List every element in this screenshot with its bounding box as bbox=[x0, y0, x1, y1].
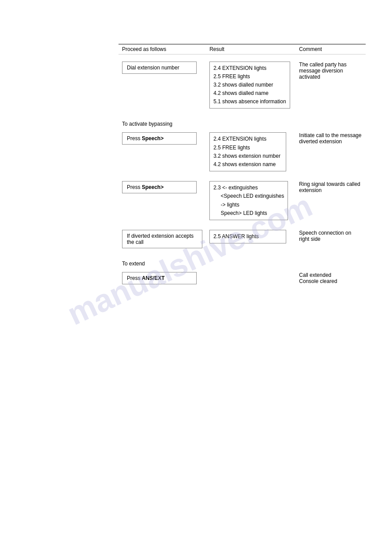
action-label-ansext-prefix: Press bbox=[127, 275, 142, 281]
result-speech1-line-4: 4.2 shows extension name bbox=[213, 161, 276, 167]
comment-text-ansext: Call extendedConsole cleared bbox=[299, 272, 337, 284]
spacer-row-2 bbox=[119, 110, 366, 117]
result-box-dial: 2.4 EXTENSION lights 2.5 FREE lights 3.2… bbox=[209, 62, 290, 109]
spacer-row-4 bbox=[119, 173, 366, 179]
table-row: Dial extension number 2.4 EXTENSION ligh… bbox=[119, 60, 366, 111]
comment-cell-diverted: Speech connection on right side bbox=[295, 228, 366, 250]
table-row-3: Press Speech> 2.3 <- extinguishes <Speec… bbox=[119, 179, 366, 222]
result-box-diverted: 2.5 ANSWER lights bbox=[209, 230, 286, 243]
result-line-1: 2.4 EXTENSION lights bbox=[213, 65, 266, 71]
table-header-row: Proceed as follows Result Comment bbox=[119, 44, 366, 54]
spacer-row-5 bbox=[119, 222, 366, 228]
action-box-speech2: Press Speech> bbox=[122, 181, 197, 193]
action-cell: Dial extension number bbox=[119, 60, 206, 111]
spacer-row bbox=[119, 54, 366, 60]
action-box-speech1: Press Speech> bbox=[122, 132, 197, 145]
result-line-3: 3.2 shows dialled number bbox=[213, 82, 273, 88]
result-line-5: 5.1 shows absence information bbox=[213, 98, 286, 105]
comment-text-dial: The called party has message diversion a… bbox=[299, 62, 346, 80]
section-row-extend: To extend bbox=[119, 257, 366, 268]
result-box-speech1: 2.4 EXTENSION lights 2.5 FREE lights 3.2… bbox=[209, 132, 286, 171]
section-label-text-bypassing: To activate bypassing bbox=[122, 121, 173, 127]
page-container: manualshive.com Proceed as follows Resul… bbox=[0, 0, 392, 304]
action-label-dial: Dial extension number bbox=[127, 65, 179, 71]
comment-text-speech2: Ring signal towards called extension bbox=[299, 181, 360, 193]
action-cell-ansext: Press ANS/EXT bbox=[119, 270, 206, 286]
action-label-ansext-bold: ANS/EXT bbox=[142, 275, 165, 281]
result-cell-speech2: 2.3 <- extinguishes <Speech LED extingui… bbox=[206, 179, 295, 222]
action-box-dial: Dial extension number bbox=[122, 62, 197, 74]
comment-cell-speech1: Initiate call to the message diverted ex… bbox=[295, 131, 366, 173]
header-result: Result bbox=[206, 44, 295, 54]
table-row-4: If diverted extension accepts the call 2… bbox=[119, 228, 366, 250]
result-cell-speech1: 2.4 EXTENSION lights 2.5 FREE lights 3.2… bbox=[206, 131, 295, 173]
result-speech2-line-3: -> lights bbox=[213, 202, 239, 208]
action-cell-speech2: Press Speech> bbox=[119, 179, 206, 222]
result-speech2-line-2: <Speech LED extinguishes bbox=[213, 193, 284, 199]
result-cell-diverted: 2.5 ANSWER lights bbox=[206, 228, 295, 250]
action-cell-speech1: Press Speech> bbox=[119, 131, 206, 173]
section-label-text-extend: To extend bbox=[122, 261, 145, 267]
action-label-speech2-bold: Speech> bbox=[142, 184, 164, 190]
result-box-speech2: 2.3 <- extinguishes <Speech LED extingui… bbox=[209, 181, 288, 220]
action-label-diverted: If diverted extension accepts the call bbox=[127, 233, 194, 245]
result-diverted-line-1: 2.5 ANSWER lights bbox=[213, 233, 259, 239]
table-row-2: Press Speech> 2.4 EXTENSION lights 2.5 F… bbox=[119, 131, 366, 173]
comment-cell-speech2: Ring signal towards called extension bbox=[295, 179, 366, 222]
action-label-speech1-prefix: Press bbox=[127, 135, 142, 141]
header-proceed: Proceed as follows bbox=[119, 44, 206, 54]
result-speech2-line-1: 2.3 <- extinguishes bbox=[213, 185, 258, 191]
result-speech1-line-1: 2.4 EXTENSION lights bbox=[213, 136, 266, 142]
main-table: Proceed as follows Result Comment Dial e… bbox=[119, 44, 366, 286]
result-cell-ansext bbox=[206, 270, 295, 286]
result-speech1-line-3: 3.2 shows extension number bbox=[213, 153, 281, 159]
comment-cell-dial: The called party has message diversion a… bbox=[295, 60, 366, 111]
header-comment: Comment bbox=[295, 44, 366, 54]
section-label-bypassing: To activate bypassing bbox=[119, 117, 366, 128]
result-line-4: 4.2 shows dialled name bbox=[213, 90, 268, 96]
result-cell-dial: 2.4 EXTENSION lights 2.5 FREE lights 3.2… bbox=[206, 60, 295, 111]
spacer-row-6 bbox=[119, 250, 366, 257]
result-line-2: 2.5 FREE lights bbox=[213, 73, 250, 80]
section-label-extend: To extend bbox=[119, 257, 366, 268]
action-label-speech2-prefix: Press bbox=[127, 184, 142, 190]
action-box-ansext: Press ANS/EXT bbox=[122, 272, 197, 284]
comment-text-speech1: Initiate call to the message diverted ex… bbox=[299, 132, 361, 145]
result-speech1-line-2: 2.5 FREE lights bbox=[213, 145, 250, 151]
comment-cell-ansext: Call extendedConsole cleared bbox=[295, 270, 366, 286]
table-row-5: Press ANS/EXT Call extendedConsole clear… bbox=[119, 270, 366, 286]
action-label-speech1-bold: Speech> bbox=[142, 135, 164, 141]
comment-text-diverted: Speech connection on right side bbox=[299, 230, 351, 242]
result-speech2-line-4: Speech> LED lights bbox=[213, 210, 267, 216]
section-row-bypassing: To activate bypassing bbox=[119, 117, 366, 128]
action-cell-diverted: If diverted extension accepts the call bbox=[119, 228, 206, 250]
action-box-diverted: If diverted extension accepts the call bbox=[122, 230, 202, 248]
